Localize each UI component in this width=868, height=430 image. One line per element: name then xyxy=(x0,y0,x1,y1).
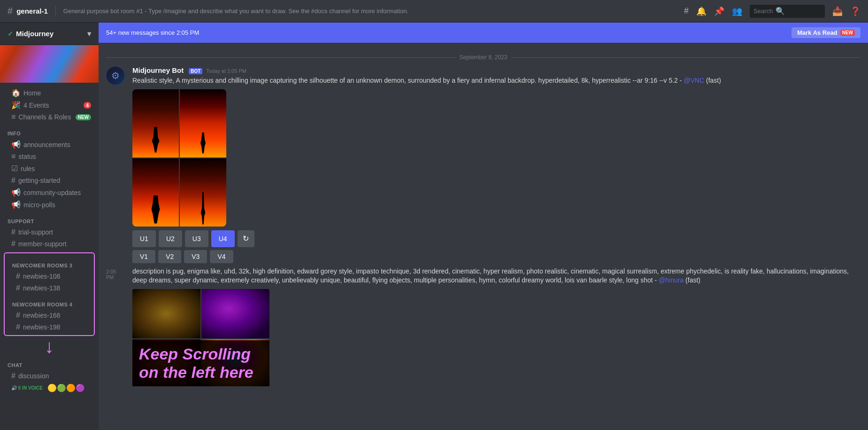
demon-cell-1 xyxy=(132,89,179,157)
mark-as-read-button[interactable]: Mark As Read NEW xyxy=(791,27,860,38)
hash-icon[interactable]: # xyxy=(684,6,689,16)
demon-cell-3 xyxy=(132,158,179,227)
refresh-button[interactable]: ↻ xyxy=(238,230,254,247)
events-badge: 4 xyxy=(84,102,91,109)
message-bot-demon: ⚙ Midjourney Bot BOT Today at 2:05 PM Re… xyxy=(99,64,868,265)
discussion-icon: # xyxy=(11,372,15,380)
home-label: Home xyxy=(23,89,91,97)
sidebar-item-newbies-138[interactable]: # newbies-138 xyxy=(8,282,90,294)
v3-button[interactable]: V3 xyxy=(184,250,207,263)
sidebar-item-member-support[interactable]: # member-support xyxy=(4,238,95,250)
v1-button[interactable]: V1 xyxy=(132,250,155,263)
mark-as-read-label: Mark As Read xyxy=(797,29,837,36)
bot-avatar: ⚙ xyxy=(106,66,125,85)
sidebar-item-getting-started[interactable]: # getting-started xyxy=(4,175,95,186)
status-icon: ≡ xyxy=(11,152,15,161)
newbies-198-icon: # xyxy=(16,323,20,331)
events-icon: 🎉 xyxy=(11,101,21,109)
newbies-138-label: newbies-138 xyxy=(23,284,86,292)
home-icon: 🏠 xyxy=(11,88,21,97)
discussion-label: discussion xyxy=(18,372,91,380)
server-name: Midjourney xyxy=(16,30,54,38)
sidebar-item-newbies-198[interactable]: # newbies-198 xyxy=(8,321,90,333)
community-updates-icon: 📢 xyxy=(11,188,21,197)
overlay-banner: Keep Scrolling on the left here xyxy=(132,340,269,386)
bot-avatar-image: ⚙ xyxy=(106,66,125,85)
v2-button[interactable]: V2 xyxy=(158,250,181,263)
help-icon[interactable]: ❓ xyxy=(850,6,860,16)
u2-button[interactable]: U2 xyxy=(159,230,182,247)
u4-button[interactable]: U4 xyxy=(211,230,235,247)
message-1-text: Realistic style, A mysterious and chilli… xyxy=(132,76,860,86)
sidebar-item-community-updates[interactable]: 📢 community-updates xyxy=(4,187,95,198)
search-icon: 🔍 xyxy=(776,7,785,16)
newcomer-rooms-3-header: NEWCOMER ROOMS 3 xyxy=(5,255,94,270)
button-row-2: V1 V2 V3 V4 xyxy=(132,250,860,263)
newbies-168-icon: # xyxy=(16,311,20,320)
new-messages-banner: 54+ new messages since 2:05 PM Mark As R… xyxy=(99,23,868,43)
members-icon[interactable]: 👥 xyxy=(732,6,742,16)
pin-icon[interactable]: 📌 xyxy=(714,6,724,16)
sidebar-item-voice[interactable]: 🔊 5 IN VOICE 🟡🟢🟠🟣 xyxy=(4,382,95,394)
message-2-mention: @hinura xyxy=(659,276,684,284)
sidebar-item-discussion[interactable]: # discussion xyxy=(4,370,95,382)
newcomer-highlight-box: NEWCOMER ROOMS 3 # newbies-108 # newbies… xyxy=(4,252,95,336)
support-section-header: SUPPORT xyxy=(0,211,99,226)
demon-silhouette-3 xyxy=(152,195,160,224)
demon-silhouette-2 xyxy=(200,133,207,154)
channel-name: general-1 xyxy=(16,7,48,15)
rules-label: rules xyxy=(21,165,91,172)
date-divider: September 8, 2023 xyxy=(99,50,868,64)
new-badge: NEW xyxy=(840,30,855,36)
message-2-time-col: 2:05 PM xyxy=(106,267,125,386)
sidebar-item-newbies-108[interactable]: # newbies-108 xyxy=(8,271,90,282)
demon-cell-4 xyxy=(180,158,226,227)
main-layout: ✓ Midjourney ▾ 🏠 Home 🎉 4 Events 4 ≡ Cha… xyxy=(0,23,868,430)
member-support-icon: # xyxy=(11,240,15,248)
status-label: status xyxy=(18,153,91,160)
sidebar-item-micro-polls[interactable]: 📢 micro-polls xyxy=(4,199,95,211)
u3-button[interactable]: U3 xyxy=(185,230,208,247)
messages-area: September 8, 2023 ⚙ Midjourney Bot BOT T… xyxy=(99,43,868,430)
message-pug: 2:05 PM description is pug, enigma like,… xyxy=(99,265,868,388)
message-1-author: Midjourney Bot xyxy=(132,66,184,74)
voice-count: 🔊 5 IN VOICE xyxy=(11,385,43,391)
overlay-text: Keep Scrolling on the left here xyxy=(139,345,253,381)
info-section-header: INFO xyxy=(0,123,99,138)
pug-cell-2 xyxy=(201,289,269,338)
sidebar-channels: 🏠 Home 🎉 4 Events 4 ≡ Channels & Roles N… xyxy=(0,83,99,430)
member-support-label: member-support xyxy=(18,240,91,248)
content-area: 54+ new messages since 2:05 PM Mark As R… xyxy=(99,23,868,430)
search-placeholder: Search xyxy=(753,8,773,15)
sidebar-item-newbies-168[interactable]: # newbies-168 xyxy=(8,310,90,321)
pug-row-1 xyxy=(132,289,269,338)
sidebar-item-home[interactable]: 🏠 Home xyxy=(4,87,95,99)
announcements-label: announcements xyxy=(23,141,91,149)
newbies-168-label: newbies-168 xyxy=(23,312,86,319)
demon-image-grid xyxy=(132,89,226,227)
chat-section-header: CHAT xyxy=(0,355,99,370)
search-bar[interactable]: Search 🔍 xyxy=(750,5,825,18)
newbies-198-label: newbies-198 xyxy=(23,323,86,331)
channel-description: General purpose bot room #1 - Type /imag… xyxy=(63,8,680,15)
sidebar-item-rules[interactable]: ☑ rules xyxy=(4,163,95,174)
scroll-arrow-icon: ↓ xyxy=(45,337,54,356)
message-1-body: Midjourney Bot BOT Today at 2:05 PM Real… xyxy=(132,66,860,263)
sidebar-item-trial-support[interactable]: # trial-support xyxy=(4,227,95,238)
date-line-right xyxy=(511,57,860,58)
pug-images-container: Keep Scrolling on the left here xyxy=(132,289,269,386)
v4-button[interactable]: V4 xyxy=(210,250,233,263)
notification-icon[interactable]: 🔔 xyxy=(696,6,707,16)
sidebar-item-events[interactable]: 🎉 4 Events 4 xyxy=(4,99,95,111)
u1-button[interactable]: U1 xyxy=(132,230,156,247)
micro-polls-icon: 📢 xyxy=(11,200,21,209)
message-2-text: description is pug, enigma like, uhd, 32… xyxy=(132,267,860,285)
sidebar-item-announcements[interactable]: 📢 announcements xyxy=(4,139,95,150)
server-header[interactable]: ✓ Midjourney ▾ xyxy=(0,23,99,45)
inbox-icon[interactable]: 📥 xyxy=(832,6,843,16)
message-2-time: 2:05 PM xyxy=(106,269,125,280)
sidebar-item-status[interactable]: ≡ status xyxy=(4,151,95,162)
sidebar-item-channels-roles[interactable]: ≡ Channels & Roles NEW xyxy=(4,111,95,123)
getting-started-label: getting-started xyxy=(18,177,91,184)
channel-hash-icon: # xyxy=(8,6,13,16)
